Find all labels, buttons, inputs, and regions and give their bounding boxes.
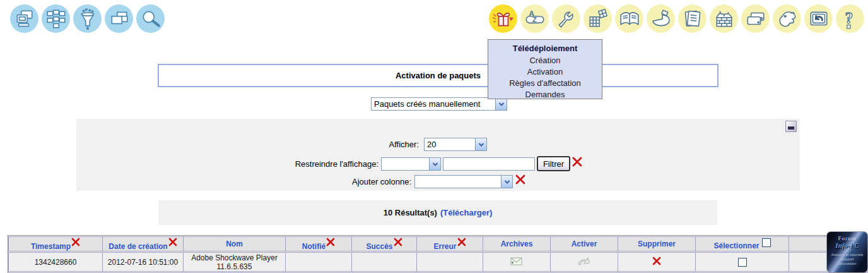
undo-icon[interactable] <box>804 4 833 33</box>
cell-timestamp: 1342428660 <box>8 252 103 272</box>
logo-line: Support <box>827 257 867 262</box>
results-count: 10 Résultat(s) <box>384 208 437 217</box>
computers-icon[interactable] <box>10 4 38 33</box>
package-type-value: Paquets créés manuellement <box>372 98 495 110</box>
remove-column-icon[interactable] <box>515 174 525 187</box>
cell-nom: Adobe Shockwave Player 11.6.5.635 <box>184 252 286 272</box>
remove-column-icon[interactable] <box>394 240 402 248</box>
add-column-select[interactable] <box>414 175 513 188</box>
column-label: Archives <box>501 240 533 248</box>
cell-archives <box>483 252 551 272</box>
minimize-icon <box>788 126 794 130</box>
logo-line: Astuces et tutoriels <box>827 253 867 257</box>
network-icon[interactable] <box>42 4 70 33</box>
cell-supprimer <box>618 252 696 272</box>
column-header-erreur[interactable]: Erreur <box>417 236 483 252</box>
az-icon[interactable]: AZ <box>520 4 549 33</box>
cell-date_creation: 2012-07-16 10:51:00 <box>103 252 184 272</box>
column-header-supprimer[interactable]: Supprimer <box>618 236 696 252</box>
display-count-label: Afficher: <box>293 140 419 149</box>
column-label: Erreur <box>433 242 456 251</box>
column-header-succes[interactable]: Succès <box>352 236 417 252</box>
activate-icon[interactable] <box>577 259 591 268</box>
column-label: Sélectionner <box>713 241 759 250</box>
face-icon[interactable] <box>773 4 801 33</box>
restrict-field-select[interactable] <box>381 157 441 171</box>
minimize-button[interactable] <box>785 121 797 132</box>
restrict-display-label: Restreindre l'affichage: <box>189 159 378 169</box>
papers-icon[interactable] <box>678 4 707 33</box>
page-title: Activation de paquets <box>396 71 481 80</box>
column-header-timestamp[interactable]: Timestamp <box>8 236 103 252</box>
logo-line: Info-PC <box>827 241 867 249</box>
package-type-select[interactable]: Paquets créés manuellement <box>371 97 507 111</box>
chevron-down-icon[interactable] <box>475 138 486 150</box>
filter-value-input[interactable] <box>443 157 535 171</box>
delete-row-icon[interactable] <box>652 258 661 267</box>
remove-column-icon[interactable] <box>168 240 177 248</box>
restrict-field-value <box>382 158 429 170</box>
row-select-checkbox[interactable] <box>738 258 747 267</box>
svg-text:Z: Z <box>532 15 536 23</box>
remove-filter-icon[interactable] <box>572 157 582 169</box>
column-header-notifie[interactable]: Notifié <box>286 236 352 252</box>
menu-item-2[interactable]: Règles d'affectation <box>488 78 602 89</box>
chevron-down-icon[interactable] <box>501 176 512 188</box>
packages-table: TimestampDate de créationNomNotifiéSuccè… <box>8 236 868 273</box>
column-label: Notifié <box>302 242 326 251</box>
column-label: Succès <box>366 242 392 251</box>
column-label: Nom <box>226 240 243 248</box>
envelope-icon[interactable] <box>510 260 524 269</box>
logo-line: Discussion <box>827 262 867 266</box>
select-all-checkbox[interactable] <box>762 238 771 247</box>
column-label: Supprimer <box>638 240 676 248</box>
page-title-bar: Activation de paquets <box>158 64 718 87</box>
remove-column-icon[interactable] <box>71 240 80 248</box>
folders-icon[interactable] <box>105 4 133 33</box>
column-header-date_creation[interactable]: Date de création <box>103 236 184 252</box>
toolbar-left <box>10 4 165 33</box>
column-label: Timestamp <box>31 242 71 251</box>
gift-icon[interactable] <box>489 4 517 33</box>
cell-selectionner <box>696 252 789 272</box>
cell-activer <box>551 252 618 272</box>
pie-icon[interactable] <box>647 4 675 33</box>
packages-table-wrap: TimestampDate de créationNomNotifiéSuccè… <box>8 235 868 273</box>
menu-item-1[interactable]: Activation <box>488 66 602 78</box>
column-header-activer[interactable]: Activer <box>551 236 618 252</box>
cards-icon[interactable] <box>741 4 770 33</box>
remove-column-icon[interactable] <box>457 240 466 248</box>
teledeploiement-menu: Télédéploiement CréationActivationRègles… <box>488 39 602 99</box>
logo-line: Forum <box>827 235 867 241</box>
remove-column-icon[interactable] <box>326 240 335 248</box>
column-header-nom[interactable]: Nom <box>184 236 286 252</box>
filter-panel: Afficher: 20 Restreindre l'affichage: Fi… <box>76 119 800 191</box>
search-icon[interactable] <box>136 4 165 33</box>
menu-title: Télédéploiement <box>488 44 602 53</box>
column-label: Activer <box>572 240 597 248</box>
download-link[interactable]: (Télécharger) <box>440 208 492 217</box>
column-header-selectionner[interactable]: Sélectionner <box>696 236 789 252</box>
filter-button[interactable]: Filtrer <box>537 156 570 171</box>
blocks-icon[interactable] <box>584 4 612 33</box>
results-bar: 10 Résultat(s) (Télécharger) <box>158 200 717 225</box>
table-row: 13424286602012-07-16 10:51:00Adobe Shock… <box>8 252 868 272</box>
add-column-value <box>415 176 501 188</box>
wrench-icon[interactable] <box>552 4 580 33</box>
chevron-down-icon[interactable] <box>429 158 440 170</box>
column-header-archives[interactable]: Archives <box>483 236 551 252</box>
forum-info-pc-logo: Forum Info-PC Astuces et tutoriels Suppo… <box>826 231 868 273</box>
display-count-select[interactable]: 20 <box>424 138 487 151</box>
help-icon[interactable]: ? <box>836 4 864 33</box>
screen: AZ? Activation de paquets Télédéploiemen… <box>0 0 868 273</box>
cell-erreur <box>417 252 483 272</box>
cell-succes <box>352 252 417 272</box>
book-icon[interactable] <box>615 4 643 33</box>
funnel-icon[interactable] <box>73 4 102 33</box>
menu-item-3[interactable]: Demandes <box>488 89 602 100</box>
add-column-label: Ajouter colonne: <box>222 177 411 186</box>
toolbar-right: AZ? <box>489 4 864 33</box>
menu-item-0[interactable]: Création <box>488 55 602 66</box>
display-count-value: 20 <box>425 138 475 150</box>
firewall-icon[interactable] <box>710 4 738 33</box>
